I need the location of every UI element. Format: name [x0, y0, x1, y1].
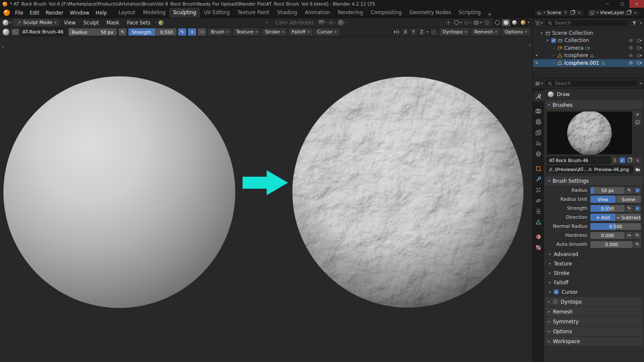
camera-render-icon[interactable]	[637, 60, 642, 65]
tab-physics-properties[interactable]	[533, 195, 544, 206]
tab-shading[interactable]: Shading	[273, 8, 301, 18]
brush-name-field[interactable]	[547, 157, 611, 164]
tab-sculpting[interactable]: Sculpting	[169, 8, 200, 18]
dyntopo-checkbox[interactable]	[553, 299, 558, 304]
new-scene-icon[interactable]	[570, 10, 575, 15]
remesh-panel-header[interactable]: ▸ Remesh	[545, 307, 643, 316]
outliner-row-camera[interactable]: › Camera	[533, 44, 644, 52]
radius-slider[interactable]: Radius 50 px	[69, 28, 117, 36]
tab-compositing[interactable]: Compositing	[367, 8, 405, 18]
falloff-subpanel-header[interactable]: ▸ Falloff	[544, 278, 644, 287]
3d-viewport[interactable]: › ‹	[0, 37, 532, 362]
asset-shelf-icon[interactable]	[634, 119, 641, 126]
tab-layout[interactable]: Layout	[115, 8, 139, 18]
outliner-row-collection[interactable]: ▾ ✓ Collection	[533, 37, 644, 45]
expand-icon[interactable]: ▾	[546, 38, 550, 42]
outliner-options-icon[interactable]: ▾	[640, 21, 642, 25]
symmetry-z-toggle[interactable]: Z	[419, 29, 425, 35]
pin-icon[interactable]	[563, 10, 568, 15]
tab-animation[interactable]: Animation	[301, 8, 334, 18]
expand-icon[interactable]: ›	[552, 53, 556, 57]
properties-search-input[interactable]	[554, 80, 635, 87]
tab-render-properties[interactable]	[533, 106, 544, 116]
radius-unit-view-button[interactable]: View	[590, 196, 616, 203]
menu-face-sets[interactable]: Face Sets	[124, 19, 154, 27]
sculpted-sphere[interactable]	[291, 75, 525, 309]
remesh-dropdown[interactable]: Remesh ▾	[471, 28, 500, 36]
tab-world-properties[interactable]	[533, 148, 544, 159]
camera-render-icon[interactable]	[637, 53, 642, 58]
overlays-button[interactable]: ▾	[473, 19, 482, 27]
tab-output-properties[interactable]	[533, 116, 544, 127]
direction-add-button[interactable]: +	[188, 28, 196, 36]
falloff-dropdown[interactable]: Falloff ▾	[289, 28, 313, 36]
invert-pressure-icon[interactable]: ↔	[626, 232, 633, 239]
dyntopo-dropdown[interactable]: Dyntopo ▾	[440, 28, 470, 36]
open-file-button[interactable]	[634, 166, 641, 173]
brush-preview-icon[interactable]	[3, 29, 9, 36]
pressure-icon[interactable]: ✎	[634, 241, 641, 248]
menu-sculpt[interactable]: Sculpt	[80, 19, 102, 27]
toolbar-expand-icon[interactable]: ›	[2, 44, 4, 50]
menu-view[interactable]: View	[61, 19, 79, 27]
tab-texture-paint[interactable]: Texture Paint	[234, 8, 273, 18]
brush-image-path-field[interactable]	[547, 166, 633, 173]
stroke-subpanel-header[interactable]: ▸ Stroke	[544, 268, 644, 278]
tab-particle-properties[interactable]	[533, 184, 544, 195]
unlink-scene-icon[interactable]: ×	[577, 10, 582, 15]
tab-modeling[interactable]: Modeling	[139, 8, 169, 18]
smooth-sphere[interactable]	[3, 76, 235, 308]
camera-render-icon[interactable]	[637, 45, 642, 50]
tab-geometry-nodes[interactable]: Geometry Nodes	[406, 8, 455, 18]
snap-button[interactable]: ▾	[464, 19, 471, 27]
mode-dropdown[interactable]: Sculpt Mode ▾	[13, 19, 59, 26]
options-dropdown[interactable]: Options ▾	[502, 28, 530, 36]
duplicate-brush-button[interactable]	[626, 157, 633, 164]
scene-selector[interactable]: ▾ Scene ×	[534, 9, 585, 17]
menu-help[interactable]: Help	[93, 9, 110, 17]
viewlayer-selector[interactable]: ▾ ViewLayer ×	[587, 9, 641, 17]
strength-slider[interactable]: 0.550	[590, 205, 625, 212]
fade-inactive-icon[interactable]	[430, 28, 438, 36]
tab-scene-properties[interactable]	[533, 138, 544, 148]
expand-icon[interactable]: ▾	[540, 31, 544, 35]
tab-constraint-properties[interactable]	[533, 206, 544, 217]
tab-material-properties[interactable]	[533, 231, 544, 242]
eye-icon[interactable]	[628, 60, 634, 65]
minimize-button[interactable]: ─	[600, 0, 615, 8]
unified-strength-icon[interactable]	[634, 205, 641, 212]
unified-radius-icon[interactable]	[634, 187, 641, 194]
brush-image-button[interactable]	[11, 28, 20, 36]
radius-slider[interactable]: 50 px	[590, 187, 625, 194]
camera-render-icon[interactable]	[637, 38, 642, 43]
menu-render[interactable]: Render	[43, 9, 67, 17]
outliner-search-input[interactable]	[554, 20, 626, 26]
brush-dropdown[interactable]: Brush ▾	[208, 28, 231, 36]
tab-data-properties[interactable]	[533, 217, 544, 227]
direction-add-button[interactable]: +Add	[590, 214, 616, 221]
symmetry-x-toggle[interactable]: X	[402, 29, 409, 35]
menu-mask[interactable]: Mask	[103, 19, 122, 27]
radius-pressure-button[interactable]: ✎	[118, 28, 127, 36]
add-workspace-button[interactable]: +	[485, 12, 495, 18]
shading-material-icon[interactable]	[510, 19, 519, 26]
properties-search[interactable]	[544, 80, 638, 87]
advanced-subpanel-header[interactable]: ▸ Advanced	[544, 249, 644, 259]
brush-settings-panel-header[interactable]: ▾ Brush Settings	[545, 176, 643, 185]
shading-wireframe-icon[interactable]	[493, 19, 501, 26]
texture-dropdown[interactable]: Texture ▾	[233, 28, 260, 36]
workspace-panel-header[interactable]: ▸ Workspace	[545, 337, 643, 346]
tab-object-properties[interactable]	[533, 163, 544, 174]
tab-scripting[interactable]: Scripting	[455, 8, 485, 18]
eye-icon[interactable]	[628, 45, 634, 50]
sidebar-expand-icon[interactable]: ‹	[529, 42, 531, 48]
eye-icon[interactable]	[628, 38, 634, 43]
filter-button[interactable]	[631, 19, 638, 27]
menu-edit[interactable]: Edit	[27, 9, 42, 17]
new-viewlayer-icon[interactable]	[626, 10, 631, 15]
outliner-row-icosphere-001[interactable]: ✎ › Icosphere.001	[533, 59, 644, 67]
proportional-editing-button[interactable]: ▾	[454, 19, 462, 27]
menu-file[interactable]: File	[12, 9, 26, 17]
properties-editor-type-dropdown[interactable]: ▾	[535, 80, 543, 87]
maximize-button[interactable]: □	[615, 0, 629, 8]
